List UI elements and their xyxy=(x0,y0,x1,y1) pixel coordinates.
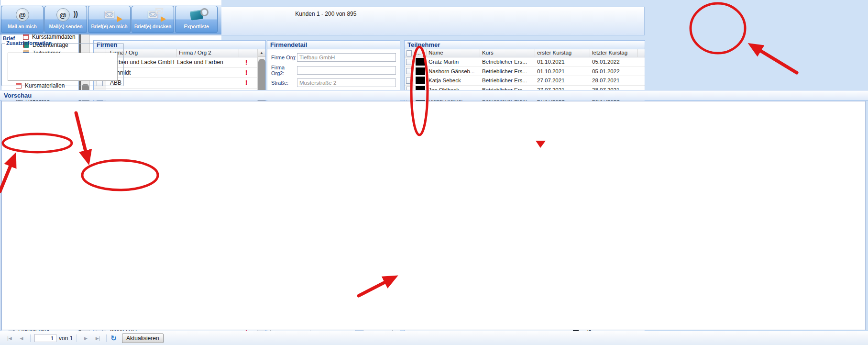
field-firma-org2[interactable] xyxy=(297,66,396,75)
brief-e-drucken-button[interactable]: Brief(e) drucken xyxy=(132,6,174,33)
field-label: Firme Org: xyxy=(271,55,297,60)
erster-kurstag-cell: 01.10.2021 xyxy=(535,59,590,65)
aktualisieren-button[interactable]: Aktualisieren xyxy=(122,334,164,343)
status-cell xyxy=(414,67,427,75)
mail-toolbar: Mail an mich Mail(s) senden Brief(e) an … xyxy=(0,5,221,34)
arrow-icon xyxy=(117,16,122,22)
status-cell xyxy=(414,77,427,84)
detail-field-row: Firme Org: xyxy=(271,53,396,62)
exportliste-button[interactable]: Exportliste xyxy=(175,6,218,33)
status-cell xyxy=(414,58,427,66)
vorschau-area xyxy=(1,101,866,330)
col-status[interactable]: ... xyxy=(414,49,427,57)
name-cell: Nashorn Gänseb... xyxy=(427,68,480,74)
name-cell: Grätz Martin xyxy=(427,59,480,65)
teilnehmer-title: Teilnehmer xyxy=(405,41,645,49)
mail-self-icon xyxy=(1,6,43,23)
scroll-up-icon[interactable]: ▲ xyxy=(258,49,265,57)
field-label: Firma Org2: xyxy=(271,65,297,76)
button-label: Brief(e) drucken xyxy=(134,23,171,29)
select-all-checkbox[interactable] xyxy=(407,50,412,56)
cal-icon xyxy=(23,34,29,40)
bottom-pager: von 1 Aktualisieren xyxy=(0,331,868,345)
zusatzinformation-input[interactable] xyxy=(8,53,118,81)
page-input[interactable] xyxy=(34,334,56,342)
col-firma-org2[interactable]: Firma / Org 2 xyxy=(177,49,239,57)
detail-field-row: Firma Org2: xyxy=(271,65,396,76)
teilnehmer-header: ... Name Kurs erster Kurstag letzter Kur… xyxy=(405,49,645,57)
brief-print-icon xyxy=(132,6,174,23)
page-count-label: von 1 xyxy=(59,335,73,342)
col-kurs[interactable]: Kurs xyxy=(480,49,535,57)
field-firme-org[interactable] xyxy=(297,53,396,62)
prev-page-button[interactable] xyxy=(17,336,26,341)
zusatzinformation-fieldset: Zusatzinformation xyxy=(1,40,124,86)
annotation-circle-mails-senden xyxy=(691,3,745,53)
button-label: Mail an mich xyxy=(8,23,37,29)
separator xyxy=(77,334,77,342)
button-label: Mail(s) senden xyxy=(49,23,82,29)
status-color-chip xyxy=(416,77,425,84)
separator xyxy=(106,334,107,342)
button-label: Brief(e) an mich xyxy=(91,23,127,29)
last-page-button[interactable] xyxy=(93,336,102,341)
field-label: Straße: xyxy=(271,80,297,86)
field-straße[interactable] xyxy=(297,78,396,87)
mails-send-icon xyxy=(45,6,87,23)
brief-e-an-mich-button[interactable]: Brief(e) an mich xyxy=(88,6,131,33)
name-cell: Katja Sebeck xyxy=(427,78,480,83)
col-alert xyxy=(239,49,258,57)
firmendetail-title: Firmendetail xyxy=(267,41,400,49)
kurs-cell: Betrieblicher Ers... xyxy=(480,68,535,74)
letzter-kurstag-cell: 05.01.2022 xyxy=(590,68,638,74)
brief-self-icon xyxy=(88,6,130,23)
erster-kurstag-cell: 27.07.2021 xyxy=(535,78,590,83)
kurs-cell: Betrieblicher Ers... xyxy=(480,78,535,83)
status-color-chip xyxy=(416,67,425,75)
arrow-icon xyxy=(161,16,166,22)
export-icon xyxy=(176,6,217,23)
first-page-button[interactable] xyxy=(5,336,14,341)
teilnehmer-row[interactable]: Grätz Martin Betrieblicher Ers... 01.10.… xyxy=(405,57,645,67)
select-all-cell xyxy=(405,49,414,57)
col-erster-kurstag[interactable]: erster Kurstag xyxy=(535,49,590,57)
kunden-count-label: Kunden 1 - 200 von 895 xyxy=(295,11,356,17)
col-name[interactable]: Name xyxy=(427,49,480,57)
alert-icon: ! xyxy=(239,58,253,66)
checkbox-cell xyxy=(405,76,414,85)
refresh-icon[interactable] xyxy=(110,334,117,343)
annotation-arrow-mails-senden xyxy=(752,45,797,73)
teilnehmer-row[interactable]: Katja Sebeck Betrieblicher Ers... 27.07.… xyxy=(405,76,645,86)
vorschau-title: Vorschau xyxy=(0,90,868,100)
separator xyxy=(30,334,31,342)
row-checkbox[interactable] xyxy=(406,78,412,84)
col-filler xyxy=(638,49,645,57)
mail-an-mich-button[interactable]: Mail an mich xyxy=(1,6,44,33)
mail-s-senden-button[interactable]: Mail(s) senden xyxy=(44,6,87,33)
letzter-kurstag-cell: 05.01.2022 xyxy=(590,59,638,65)
alert-icon: ! xyxy=(239,69,253,77)
erster-kurstag-cell: 01.10.2021 xyxy=(535,68,590,74)
row-checkbox[interactable] xyxy=(406,68,412,74)
firma-org2-cell: Lacke und Farben xyxy=(177,59,239,66)
kurs-cell: Betrieblicher Ers... xyxy=(480,59,535,65)
button-label: Exportliste xyxy=(184,23,209,29)
col-letzter-kurstag[interactable]: letzter Kurstag xyxy=(590,49,638,57)
zusatzinformation-legend: Zusatzinformation xyxy=(5,40,53,46)
status-color-chip xyxy=(416,58,425,66)
checkbox-cell xyxy=(405,67,414,76)
detail-field-row: Straße: xyxy=(271,78,396,87)
next-page-button[interactable] xyxy=(81,336,90,341)
letzter-kurstag-cell: 28.07.2021 xyxy=(590,78,638,83)
app-root: + Fördermitglieder − Kurse − Kursübersic… xyxy=(0,0,868,345)
teilnehmer-row[interactable]: Nashorn Gänseb... Betrieblicher Ers... 0… xyxy=(405,67,645,77)
checkbox-cell xyxy=(405,57,414,67)
row-checkbox[interactable] xyxy=(406,59,412,65)
alert-icon: ! xyxy=(239,79,253,87)
